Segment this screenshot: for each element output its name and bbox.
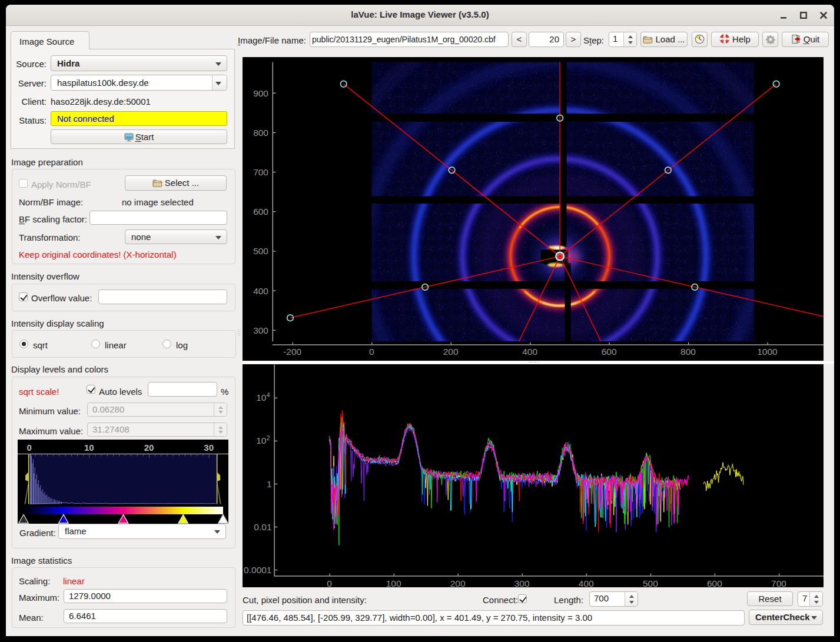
svg-text:100: 100 — [386, 578, 401, 587]
svg-text:200: 200 — [443, 347, 459, 357]
svg-text:20: 20 — [144, 443, 154, 453]
svg-text:500: 500 — [253, 246, 268, 256]
svg-text:400: 400 — [253, 286, 268, 296]
svg-text:1000: 1000 — [757, 347, 778, 357]
svg-text:200: 200 — [450, 578, 466, 587]
svg-text:0: 0 — [369, 347, 374, 357]
svg-text:0: 0 — [26, 443, 31, 453]
svg-text:800: 800 — [253, 128, 268, 138]
svg-text:400: 400 — [579, 578, 594, 587]
svg-text:102: 102 — [256, 434, 270, 445]
svg-text:600: 600 — [602, 347, 617, 357]
svg-text:0.01: 0.01 — [254, 521, 271, 531]
svg-text:400: 400 — [522, 347, 537, 357]
svg-text:10: 10 — [84, 443, 94, 453]
svg-text:500: 500 — [643, 578, 658, 587]
svg-text:300: 300 — [514, 578, 530, 587]
svg-text:700: 700 — [253, 167, 268, 177]
svg-text:900: 900 — [253, 88, 268, 98]
svg-text:600: 600 — [707, 578, 722, 587]
svg-text:0: 0 — [327, 578, 332, 587]
svg-text:600: 600 — [253, 207, 268, 217]
svg-text:700: 700 — [771, 578, 786, 587]
svg-text:1: 1 — [267, 478, 272, 488]
svg-text:0.0001: 0.0001 — [244, 564, 271, 574]
svg-text:30: 30 — [204, 443, 214, 453]
svg-text:800: 800 — [680, 347, 696, 357]
svg-text:-200: -200 — [283, 347, 301, 357]
svg-text:300: 300 — [253, 325, 268, 335]
svg-text:104: 104 — [256, 391, 270, 403]
